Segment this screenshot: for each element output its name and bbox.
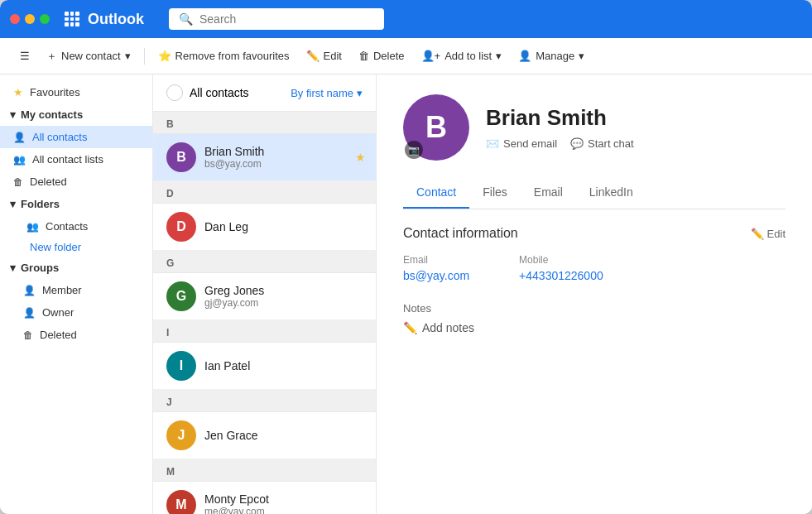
contact-item-ian-patel[interactable]: I Ian Patel <box>153 343 376 390</box>
detail-name: Brian Smith <box>486 105 634 131</box>
delete-toolbar-button[interactable]: 🗑 Delete <box>352 46 411 66</box>
edit-toolbar-button[interactable]: ✏️ Edit <box>300 46 348 66</box>
search-icon: 🔍 <box>179 12 193 26</box>
detail-panel: B 📷 Brian Smith ✉️ Send email 💬 Start ch… <box>377 74 812 514</box>
avatar-monty-epcot: M <box>166 490 196 514</box>
add-notes-icon: ✏️ <box>403 321 417 334</box>
toolbar-divider <box>144 48 145 65</box>
sidebar-item-deleted[interactable]: 🗑 Deleted <box>0 171 152 193</box>
email-label: Email <box>403 254 469 266</box>
avatar-dan-leg: D <box>166 212 196 242</box>
minimize-button[interactable] <box>25 14 35 24</box>
avatar-jen-grace: J <box>166 420 196 450</box>
new-folder-link[interactable]: New folder <box>0 238 152 257</box>
sidebar-section-folders[interactable]: ▾ Folders <box>0 193 152 215</box>
starred-icon-brian-smith: ★ <box>355 151 366 164</box>
mobile-field-group: Mobile +443301226000 <box>519 254 603 282</box>
tab-linkedin[interactable]: LinkedIn <box>576 177 646 209</box>
search-input[interactable] <box>199 12 374 26</box>
add-to-list-button[interactable]: 👤+ Add to list ▾ <box>415 46 509 66</box>
sort-chevron-icon: ▾ <box>357 87 363 99</box>
detail-actions: ✉️ Send email 💬 Start chat <box>486 137 634 150</box>
edit-contact-button[interactable]: ✏️ Edit <box>751 228 786 240</box>
section-letter-g: G <box>153 251 376 273</box>
mobile-label: Mobile <box>519 254 603 266</box>
contact-item-dan-leg[interactable]: D Dan Leg <box>153 204 376 251</box>
sidebar-item-all-contact-lists[interactable]: 👥 All contact lists <box>0 148 152 171</box>
sidebar-item-owner[interactable]: 👤 Owner <box>0 301 152 324</box>
new-contact-button[interactable]: ＋ New contact ▾ <box>40 45 137 68</box>
sidebar-item-deleted-groups[interactable]: 🗑 Deleted <box>0 324 152 346</box>
tab-contact[interactable]: Contact <box>403 177 469 209</box>
chevron-down-icon-2: ▾ <box>496 50 502 62</box>
contact-item-brian-smith[interactable]: B Brian Smith bs@yay.com ★ <box>153 134 376 181</box>
section-letter-d: D <box>153 181 376 204</box>
plus-icon: ＋ <box>46 49 57 64</box>
start-chat-button[interactable]: 💬 Start chat <box>570 137 634 150</box>
contact-lists-icon: 👥 <box>13 154 26 166</box>
app-window: Outlook 🔍 ☰ ＋ New contact ▾ ⭐ Remove fro… <box>0 0 812 514</box>
contact-name-monty-epcot: Monty Epcot <box>204 492 363 506</box>
send-email-button[interactable]: ✉️ Send email <box>486 137 557 150</box>
manage-button[interactable]: 👤 Manage ▾ <box>512 46 591 66</box>
manage-icon: 👤 <box>518 50 531 62</box>
contact-item-greg-jones[interactable]: G Greg Jones gj@yay.com <box>153 273 376 320</box>
detail-tabs: Contact Files Email LinkedIn <box>403 177 786 209</box>
contact-item-monty-epcot[interactable]: M Monty Epcot me@yay.com <box>153 482 376 514</box>
edit-icon: ✏️ <box>306 50 320 62</box>
sort-label: By first name <box>291 87 353 99</box>
sidebar-item-member[interactable]: 👤 Member <box>0 279 152 301</box>
contact-name-greg-jones: Greg Jones <box>204 284 363 297</box>
tab-files[interactable]: Files <box>469 177 521 209</box>
contacts-sub-icon: 👥 <box>26 221 39 233</box>
contact-list: All contacts By first name ▾ B B Brian S… <box>153 74 377 514</box>
remove-favourites-button[interactable]: ⭐ Remove from favourites <box>151 46 296 66</box>
email-field-group: Email bs@yay.com <box>403 254 469 282</box>
contact-info-ian-patel: Ian Patel <box>204 359 363 372</box>
tab-email[interactable]: Email <box>521 177 576 209</box>
edit-contact-icon: ✏️ <box>751 228 764 240</box>
sidebar: ★ Favourites ▾ My contacts 👤 All contact… <box>0 74 153 514</box>
add-notes-button[interactable]: ✏️ Add notes <box>403 321 786 334</box>
star-icon: ⭐ <box>158 50 171 62</box>
contact-name-brian-smith: Brian Smith <box>204 145 363 158</box>
search-bar[interactable]: 🔍 <box>169 8 384 30</box>
sidebar-section-groups[interactable]: ▾ Groups <box>0 257 152 279</box>
mobile-value[interactable]: +443301226000 <box>519 269 603 282</box>
sidebar-item-favourites[interactable]: ★ Favourites <box>0 81 152 103</box>
section-letter-i: I <box>153 320 376 343</box>
detail-header: B 📷 Brian Smith ✉️ Send email 💬 Start ch… <box>403 94 786 161</box>
contact-email-monty-epcot: me@yay.com <box>204 506 363 514</box>
detail-header-info: Brian Smith ✉️ Send email 💬 Start chat <box>486 105 634 150</box>
sidebar-item-contacts-sub[interactable]: 👥 Contacts <box>0 215 152 238</box>
window-controls <box>10 14 50 24</box>
sidebar-section-my-contacts[interactable]: ▾ My contacts <box>0 103 152 126</box>
contact-name-dan-leg: Dan Leg <box>204 220 363 233</box>
email-value[interactable]: bs@yay.com <box>403 269 469 282</box>
deleted-groups-icon: 🗑 <box>23 329 33 341</box>
all-contacts-checkbox[interactable] <box>166 84 183 101</box>
chevron-down-icon-3: ▾ <box>579 50 584 62</box>
add-list-icon: 👤+ <box>421 50 441 62</box>
star-sidebar-icon: ★ <box>13 86 23 98</box>
contact-name-jen-grace: Jen Grace <box>204 429 363 442</box>
camera-icon[interactable]: 📷 <box>405 141 423 159</box>
contact-info-greg-jones: Greg Jones gj@yay.com <box>204 284 363 309</box>
app-grid-icon[interactable] <box>65 12 79 26</box>
email-action-icon: ✉️ <box>486 137 499 150</box>
close-button[interactable] <box>10 14 20 24</box>
sidebar-item-all-contacts[interactable]: 👤 All contacts <box>0 126 152 148</box>
detail-avatar: B 📷 <box>403 94 469 161</box>
sort-button[interactable]: By first name ▾ <box>291 87 363 99</box>
contact-fields: Email bs@yay.com Mobile +443301226000 <box>403 254 786 282</box>
titlebar: Outlook 🔍 <box>0 0 812 38</box>
notes-section: Notes ✏️ Add notes <box>403 302 786 334</box>
maximize-button[interactable] <box>40 14 50 24</box>
contact-info-monty-epcot: Monty Epcot me@yay.com <box>204 492 363 514</box>
member-icon: 👤 <box>23 285 36 296</box>
contact-email-brian-smith: bs@yay.com <box>204 158 363 170</box>
delete-icon: 🗑 <box>358 50 369 62</box>
all-contacts-header: All contacts <box>166 84 249 101</box>
hamburger-button[interactable]: ☰ <box>13 46 36 66</box>
contact-item-jen-grace[interactable]: J Jen Grace <box>153 412 376 459</box>
